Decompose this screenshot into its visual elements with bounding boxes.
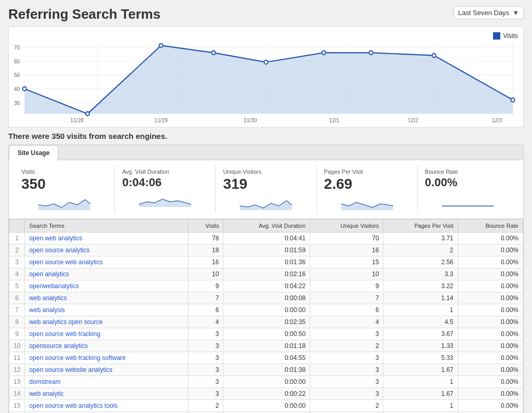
col-unique-visitors[interactable]: Unique Visitors <box>310 220 383 233</box>
cell-visits: 3 <box>189 352 223 364</box>
cell-unique: 2 <box>310 340 383 352</box>
table-row: 14 web analytic 3 0:00:22 3 1.67 0.00% <box>9 388 523 400</box>
cell-rank: 10 <box>9 340 25 352</box>
metric-avg-duration-label: Avg. Visit Duration <box>122 169 208 175</box>
col-bounce-rate[interactable]: Bounce Rate <box>458 220 523 233</box>
cell-bounce: 0.00% <box>458 376 523 388</box>
svg-text:60: 60 <box>14 58 20 64</box>
metric-pages-per-visit-chart <box>324 195 410 210</box>
cell-term: open source web tracking <box>25 328 189 340</box>
dropdown-arrow-icon: ▼ <box>512 9 519 17</box>
cell-pages: 1 <box>383 376 458 388</box>
cell-avg-duration: 0:00:22 <box>223 388 310 400</box>
cell-pages: 3.22 <box>383 280 458 292</box>
cell-visits: 2 <box>189 400 223 412</box>
cell-visits: 6 <box>189 304 223 316</box>
cell-visits: 7 <box>189 292 223 304</box>
table-row: 7 web analysis 6 0:00:00 6 1 0.00% <box>9 304 523 316</box>
table-row: 4 open analytics 10 0:02:16 10 3.3 0.00% <box>9 268 523 280</box>
col-pages-per-visit[interactable]: Pages Per Visit <box>383 220 458 233</box>
cell-visits: 4 <box>189 316 223 328</box>
page-title: Referring Search Terms <box>8 6 161 22</box>
cell-term: open source web analytics tools <box>25 400 189 412</box>
cell-visits: 10 <box>189 268 223 280</box>
cell-pages: 1.67 <box>383 364 458 376</box>
cell-term: web analytic <box>25 388 189 400</box>
col-avg-duration[interactable]: Avg. Visit Duration <box>223 220 310 233</box>
col-search-terms: Search Terms <box>25 220 189 233</box>
cell-term: open source analytics <box>25 244 189 256</box>
metric-bounce-rate-value: 0.00% <box>425 176 511 189</box>
col-visits[interactable]: Visits <box>189 220 223 233</box>
tab-container: Site Usage Visits 350 Avg. Visit Duratio… <box>8 145 524 413</box>
cell-rank: 9 <box>9 328 25 340</box>
cell-visits: 18 <box>189 244 223 256</box>
cell-unique: 3 <box>310 364 383 376</box>
cell-pages: 4.5 <box>383 316 458 328</box>
table-row: 10 opensource analytics 3 0:01:18 2 1.33… <box>9 340 523 352</box>
tab-header: Site Usage <box>9 145 523 160</box>
cell-avg-duration: 0:00:00 <box>223 400 310 412</box>
svg-marker-35 <box>341 202 393 210</box>
cell-bounce: 0.00% <box>458 328 523 340</box>
cell-visits: 3 <box>189 340 223 352</box>
cell-term: open source web tracking software <box>25 352 189 364</box>
cell-avg-duration: 0:01:36 <box>223 256 310 268</box>
cell-avg-duration: 0:01:18 <box>223 340 310 352</box>
metric-bounce-rate: Bounce Rate 0.00% <box>418 165 518 213</box>
cell-pages: 1.33 <box>383 340 458 352</box>
cell-avg-duration: 0:04:22 <box>223 280 310 292</box>
cell-term: open source website analytics <box>25 364 189 376</box>
tab-site-usage[interactable]: Site Usage <box>9 145 58 160</box>
date-filter-button[interactable]: Last Seven Days ▼ <box>454 6 524 19</box>
metric-unique-visitors-label: Unique Visitors <box>223 169 309 175</box>
cell-term: openwebanalytics <box>25 280 189 292</box>
svg-text:12/2: 12/2 <box>408 117 418 123</box>
date-filter-label: Last Seven Days <box>458 9 509 17</box>
cell-visits: 16 <box>189 256 223 268</box>
cell-rank: 8 <box>9 316 25 328</box>
cell-unique: 3 <box>310 352 383 364</box>
svg-marker-33 <box>139 199 191 207</box>
cell-avg-duration: 0:01:59 <box>223 244 310 256</box>
cell-unique: 4 <box>310 316 383 328</box>
cell-avg-duration: 0:04:41 <box>223 233 310 244</box>
page-header: Referring Search Terms Last Seven Days ▼ <box>8 6 524 22</box>
table-row: 5 openwebanalytics 9 0:04:22 9 3.22 0.00… <box>9 280 523 292</box>
cell-avg-duration: 0:00:00 <box>223 304 310 316</box>
cell-unique: 16 <box>310 244 383 256</box>
line-chart: 70 60 50 40 30 <box>14 42 518 125</box>
data-table-container: Search Terms Visits Avg. Visit Duration … <box>9 219 523 413</box>
cell-avg-duration: 0:02:16 <box>223 268 310 280</box>
table-row: 15 open source web analytics tools 2 0:0… <box>9 400 523 412</box>
col-rank <box>9 220 25 233</box>
cell-unique: 10 <box>310 268 383 280</box>
cell-term: domstream <box>25 376 189 388</box>
cell-avg-duration: 0:00:08 <box>223 292 310 304</box>
svg-text:50: 50 <box>14 72 20 78</box>
legend-color-box <box>493 32 500 40</box>
cell-avg-duration: 0:04:55 <box>223 352 310 364</box>
metric-unique-visitors-value: 319 <box>223 176 309 192</box>
metric-visits-chart <box>21 195 107 210</box>
cell-pages: 1 <box>383 400 458 412</box>
cell-bounce: 0.00% <box>458 268 523 280</box>
cell-visits: 3 <box>189 364 223 376</box>
metric-bounce-rate-chart <box>425 191 511 207</box>
cell-bounce: 0.00% <box>458 292 523 304</box>
table-row: 8 web analytics open source 4 0:02:35 4 … <box>9 316 523 328</box>
cell-pages: 3.67 <box>383 328 458 340</box>
summary-text: There were 350 visits from search engine… <box>8 132 524 140</box>
cell-unique: 9 <box>310 280 383 292</box>
cell-bounce: 0.00% <box>458 316 523 328</box>
cell-avg-duration: 0:01:38 <box>223 364 310 376</box>
table-header-row: Search Terms Visits Avg. Visit Duration … <box>9 220 523 233</box>
cell-unique: 7 <box>310 292 383 304</box>
cell-rank: 12 <box>9 364 25 376</box>
metric-pages-per-visit-value: 2.69 <box>324 176 410 192</box>
svg-point-19 <box>159 44 163 47</box>
cell-rank: 5 <box>9 280 25 292</box>
page-container: Referring Search Terms Last Seven Days ▼… <box>0 0 532 413</box>
cell-rank: 3 <box>9 256 25 268</box>
cell-rank: 7 <box>9 304 25 316</box>
